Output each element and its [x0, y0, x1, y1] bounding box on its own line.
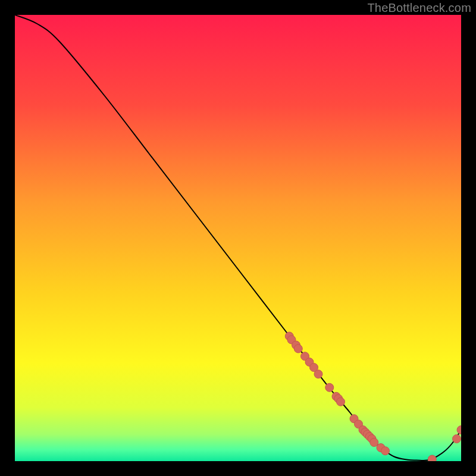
chart-stage: TheBottleneck.com — [0, 0, 476, 476]
plot-area — [15, 15, 461, 461]
attribution-text: TheBottleneck.com — [367, 1, 471, 15]
background-gradient — [15, 15, 461, 461]
svg-rect-0 — [15, 15, 461, 461]
